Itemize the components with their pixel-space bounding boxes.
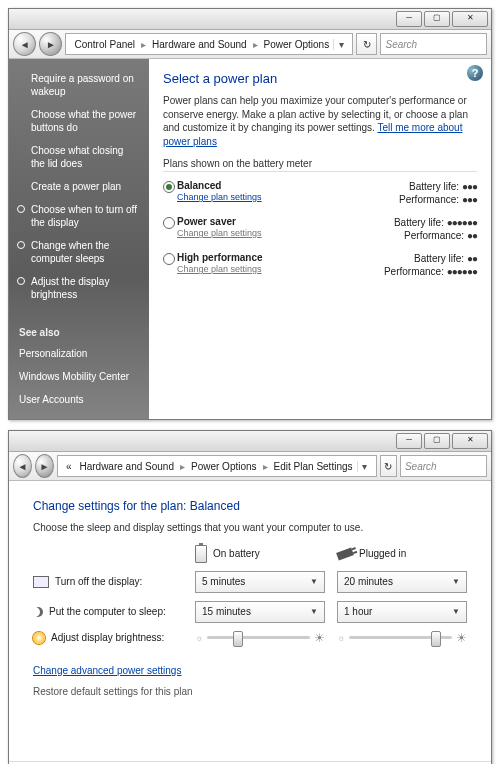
bc-seg[interactable]: Control Panel bbox=[70, 39, 139, 50]
main-pane: Change settings for the plan: Balanced C… bbox=[9, 481, 491, 721]
battery-rating: ●●● bbox=[462, 181, 477, 192]
display-plugged-dropdown[interactable]: 20 minutes▼ bbox=[337, 571, 467, 593]
main-pane: ? Select a power plan Power plans can he… bbox=[149, 59, 491, 419]
breadcrumb[interactable]: « Hardware and Sound▸ Power Options▸ Edi… bbox=[57, 455, 377, 477]
plan-name: Balanced bbox=[177, 180, 337, 191]
sidebar-task[interactable]: Adjust the display brightness bbox=[9, 270, 149, 306]
titlebar: ─ ▢ ✕ bbox=[9, 9, 491, 30]
sidebar-task[interactable]: Choose when to turn off the display bbox=[9, 198, 149, 234]
col-on-battery: On battery bbox=[195, 545, 325, 563]
sun-bright-icon: ☀ bbox=[314, 631, 325, 645]
brightness-plugged-slider[interactable]: ☼☀ bbox=[337, 631, 467, 645]
forward-button[interactable]: ► bbox=[35, 454, 54, 478]
see-also-link[interactable]: Personalization bbox=[9, 342, 149, 365]
sidebar: Require a password on wakeup Choose what… bbox=[9, 59, 149, 419]
search-input[interactable]: Search bbox=[400, 455, 487, 477]
refresh-button[interactable]: ↻ bbox=[356, 33, 377, 55]
back-button[interactable]: ◄ bbox=[13, 454, 32, 478]
plan-row: Power saverChange plan settingsBattery l… bbox=[163, 216, 477, 242]
restore-defaults-link[interactable]: Restore default settings for this plan bbox=[33, 686, 193, 697]
change-plan-settings-link[interactable]: Change plan settings bbox=[177, 264, 337, 274]
minimize-button[interactable]: ─ bbox=[396, 11, 422, 27]
sun-dim-icon: ☼ bbox=[337, 633, 345, 643]
maximize-button[interactable]: ▢ bbox=[424, 433, 450, 449]
page-title: Change settings for the plan: Balanced bbox=[33, 499, 467, 513]
display-battery-dropdown[interactable]: 5 minutes▼ bbox=[195, 571, 325, 593]
plan-name: High performance bbox=[177, 252, 337, 263]
titlebar: ─ ▢ ✕ bbox=[9, 431, 491, 452]
bc-seg[interactable]: Hardware and Sound bbox=[148, 39, 251, 50]
brightness-icon bbox=[33, 632, 45, 644]
chevron-down-icon: ▼ bbox=[452, 607, 460, 616]
close-button[interactable]: ✕ bbox=[452, 11, 488, 27]
performance-rating: ●● bbox=[467, 230, 477, 241]
change-plan-settings-link[interactable]: Change plan settings bbox=[177, 228, 337, 238]
edit-plan-window: ─ ▢ ✕ ◄ ► « Hardware and Sound▸ Power Op… bbox=[8, 430, 492, 764]
sidebar-task[interactable]: Require a password on wakeup bbox=[9, 67, 149, 103]
see-also-link[interactable]: User Accounts bbox=[9, 388, 149, 411]
sun-bright-icon: ☀ bbox=[456, 631, 467, 645]
plans-heading: Plans shown on the battery meter bbox=[163, 158, 477, 172]
plan-radio[interactable] bbox=[163, 217, 175, 229]
breadcrumb[interactable]: Control Panel▸ Hardware and Sound▸ Power… bbox=[65, 33, 353, 55]
close-button[interactable]: ✕ bbox=[452, 433, 488, 449]
plan-name: Power saver bbox=[177, 216, 337, 227]
plan-row: High performanceChange plan settingsBatt… bbox=[163, 252, 477, 278]
change-plan-settings-link[interactable]: Change plan settings bbox=[177, 192, 337, 202]
row-sleep: Put the computer to sleep: bbox=[33, 606, 183, 617]
bc-seg[interactable]: Hardware and Sound bbox=[75, 461, 178, 472]
performance-rating: ●●● bbox=[462, 194, 477, 205]
sleep-battery-dropdown[interactable]: 15 minutes▼ bbox=[195, 601, 325, 623]
search-input[interactable]: Search bbox=[380, 33, 487, 55]
forward-button[interactable]: ► bbox=[39, 32, 62, 56]
display-icon bbox=[33, 576, 49, 588]
plug-icon bbox=[336, 547, 354, 560]
navbar: ◄ ► « Hardware and Sound▸ Power Options▸… bbox=[9, 452, 491, 481]
plan-radio[interactable] bbox=[163, 181, 175, 193]
bc-seg[interactable]: Power Options bbox=[187, 461, 261, 472]
bc-seg[interactable]: Edit Plan Settings bbox=[270, 461, 357, 472]
sidebar-task[interactable]: Create a power plan bbox=[9, 175, 149, 198]
plan-row: BalancedChange plan settingsBattery life… bbox=[163, 180, 477, 206]
sidebar-task[interactable]: Choose what closing the lid does bbox=[9, 139, 149, 175]
refresh-button[interactable]: ↻ bbox=[380, 455, 397, 477]
page-description: Power plans can help you maximize your c… bbox=[163, 94, 477, 148]
page-description: Choose the sleep and display settings th… bbox=[33, 521, 467, 535]
battery-rating: ●● bbox=[467, 253, 477, 264]
advanced-settings-link[interactable]: Change advanced power settings bbox=[33, 665, 181, 676]
battery-icon bbox=[195, 545, 207, 563]
battery-rating: ●●●●●● bbox=[447, 217, 477, 228]
sleep-plugged-dropdown[interactable]: 1 hour▼ bbox=[337, 601, 467, 623]
performance-rating: ●●●●●● bbox=[447, 266, 477, 277]
sun-dim-icon: ☼ bbox=[195, 633, 203, 643]
maximize-button[interactable]: ▢ bbox=[424, 11, 450, 27]
back-button[interactable]: ◄ bbox=[13, 32, 36, 56]
power-options-window: ─ ▢ ✕ ◄ ► Control Panel▸ Hardware and So… bbox=[8, 8, 492, 420]
chevron-down-icon: ▼ bbox=[452, 577, 460, 586]
navbar: ◄ ► Control Panel▸ Hardware and Sound▸ P… bbox=[9, 30, 491, 59]
sidebar-task[interactable]: Choose what the power buttons do bbox=[9, 103, 149, 139]
row-brightness: Adjust display brightness: bbox=[33, 632, 183, 644]
see-also-link[interactable]: Windows Mobility Center bbox=[9, 365, 149, 388]
brightness-battery-slider[interactable]: ☼☀ bbox=[195, 631, 325, 645]
sidebar-task[interactable]: Change when the computer sleeps bbox=[9, 234, 149, 270]
row-turn-off-display: Turn off the display: bbox=[33, 576, 183, 588]
bc-seg[interactable]: Power Options bbox=[260, 39, 334, 50]
plan-radio[interactable] bbox=[163, 253, 175, 265]
minimize-button[interactable]: ─ bbox=[396, 433, 422, 449]
breadcrumb-dropdown[interactable]: ▾ bbox=[357, 461, 372, 472]
chevron-down-icon: ▼ bbox=[310, 607, 318, 616]
page-title: Select a power plan bbox=[163, 71, 477, 86]
breadcrumb-dropdown[interactable]: ▾ bbox=[333, 39, 348, 50]
sleep-icon bbox=[33, 607, 43, 617]
chevron-down-icon: ▼ bbox=[310, 577, 318, 586]
see-also-heading: See also bbox=[9, 323, 149, 342]
help-icon[interactable]: ? bbox=[467, 65, 483, 81]
footer: Save changes Cancel bbox=[9, 761, 491, 765]
col-plugged-in: Plugged in bbox=[337, 548, 467, 559]
